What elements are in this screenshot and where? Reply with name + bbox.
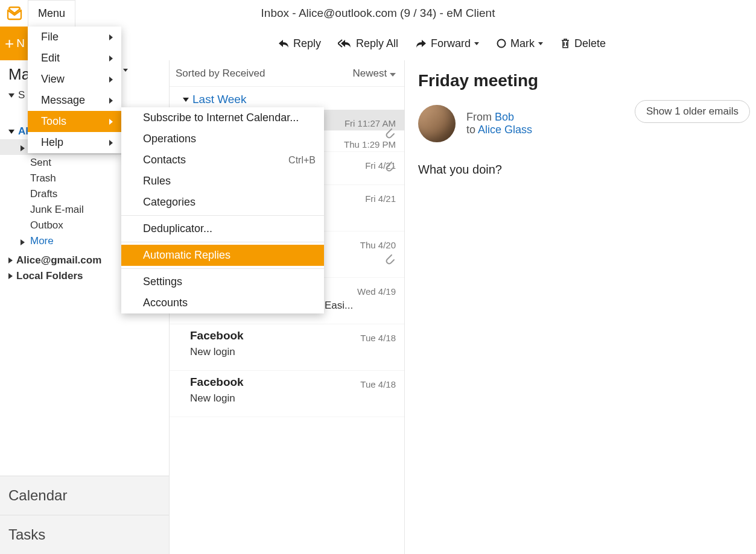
message-body: What you doin? — [418, 163, 743, 177]
mark-caret-icon — [538, 42, 543, 45]
forward-button[interactable]: Forward — [415, 37, 479, 50]
menu-edit[interactable]: Edit — [28, 48, 121, 69]
tools-accounts[interactable]: Accounts — [121, 292, 324, 313]
tools-submenu-popup: Subscribe to Internet Calendar... Operat… — [121, 107, 324, 313]
from-prefix: From — [466, 111, 495, 123]
tab-calendar[interactable]: Calendar — [0, 476, 169, 515]
contacts-shortcut: Ctrl+B — [288, 155, 316, 166]
to-link[interactable]: Alice Glass — [478, 124, 532, 136]
message-subject-preview: New login — [190, 346, 396, 358]
chevron-right-icon — [21, 239, 25, 245]
submenu-arrow-icon — [109, 34, 113, 40]
more-label: More — [30, 235, 54, 247]
sort-order-toggle[interactable]: Newest — [353, 68, 396, 80]
chevron-down-icon — [390, 73, 396, 77]
message-time: Wed 4/19 — [357, 286, 396, 297]
mark-label: Mark — [510, 37, 535, 50]
menu-separator — [121, 242, 324, 242]
chevron-right-icon — [8, 273, 13, 279]
submenu-arrow-icon — [109, 55, 113, 61]
account-gmail-label: Alice@gmail.com — [16, 254, 101, 266]
plus-icon: + — [5, 34, 14, 53]
submenu-arrow-icon — [109, 98, 113, 104]
app-logo-icon — [1, 0, 28, 27]
group-label: Last Week — [192, 93, 246, 106]
window-title: Inbox - Alice@outlook.com (9 / 34) - eM … — [0, 0, 756, 27]
chevron-right-icon — [21, 145, 25, 151]
message-item[interactable]: FacebookTue 4/18New login — [170, 324, 404, 371]
tools-subscribe-calendar[interactable]: Subscribe to Internet Calendar... — [121, 107, 324, 128]
menu-view-label: View — [41, 73, 65, 86]
message-time: Thu 1:29 PM — [344, 139, 396, 150]
message-subject: Friday meeting — [418, 71, 743, 90]
tools-contacts[interactable]: ContactsCtrl+B — [121, 150, 324, 171]
reply-button[interactable]: Reply — [278, 37, 321, 50]
message-time: Thu 4/20 — [360, 240, 396, 250]
delete-label: Delete — [574, 37, 606, 50]
main-menu-popup: File Edit View Message Tools Help — [28, 27, 121, 153]
tools-categories[interactable]: Categories — [121, 192, 324, 213]
message-subject-preview: New login — [190, 392, 396, 404]
tools-deduplicator[interactable]: Deduplicator... — [121, 218, 324, 239]
chevron-down-icon — [8, 93, 14, 98]
menu-message[interactable]: Message — [28, 90, 121, 111]
tools-rules[interactable]: Rules — [121, 171, 324, 192]
attachment-icon — [385, 253, 396, 265]
menu-separator — [121, 268, 324, 269]
menu-file-label: File — [41, 31, 59, 43]
trash-icon — [560, 37, 571, 49]
reply-all-icon — [338, 39, 352, 48]
submenu-arrow-icon — [109, 140, 113, 146]
to-prefix: to — [466, 124, 478, 136]
message-group-header[interactable]: Last Week — [170, 87, 404, 110]
mark-button[interactable]: Mark — [496, 37, 543, 50]
sort-by-label[interactable]: Sorted by Received — [176, 68, 265, 80]
message-time: Tue 4/18 — [360, 333, 396, 343]
submenu-arrow-icon — [109, 119, 113, 125]
menu-tools-label: Tools — [41, 115, 66, 128]
reply-icon — [278, 39, 290, 48]
sender-avatar — [418, 105, 456, 142]
menu-message-label: Message — [41, 94, 85, 107]
menu-help-label: Help — [41, 136, 63, 149]
reply-all-button[interactable]: Reply All — [338, 37, 398, 50]
message-time: Tue 4/18 — [360, 379, 396, 389]
reply-all-label: Reply All — [356, 37, 398, 50]
menu-tools[interactable]: Tools — [28, 111, 121, 132]
tools-automatic-replies[interactable]: Automatic Replies — [121, 245, 324, 266]
chevron-right-icon — [8, 257, 13, 263]
chevron-down-icon — [183, 98, 189, 102]
delete-button[interactable]: Delete — [560, 37, 606, 50]
forward-label: Forward — [431, 37, 471, 50]
local-folders-label: Local Folders — [16, 270, 83, 282]
from-link[interactable]: Bob — [495, 111, 514, 123]
menu-edit-label: Edit — [41, 52, 60, 65]
forward-icon — [415, 39, 427, 48]
attachment-icon — [385, 127, 396, 139]
svg-point-0 — [498, 40, 506, 48]
smart-folders-label: S — [18, 89, 25, 101]
menu-button[interactable]: Menu — [28, 0, 75, 27]
menu-separator — [121, 215, 324, 216]
forward-caret-icon — [474, 42, 479, 45]
tools-operations[interactable]: Operations — [121, 128, 324, 150]
reply-label: Reply — [293, 37, 321, 50]
message-item[interactable]: FacebookTue 4/18New login — [170, 371, 404, 417]
tab-tasks[interactable]: Tasks — [0, 515, 169, 554]
show-older-emails-button[interactable]: Show 1 older emails — [635, 100, 750, 123]
new-button-label: N — [16, 37, 25, 50]
sort-order-label: Newest — [353, 68, 387, 79]
menu-file[interactable]: File — [28, 27, 121, 48]
chevron-down-icon — [8, 130, 14, 134]
menu-help[interactable]: Help — [28, 132, 121, 153]
message-time: Fri 4/21 — [365, 194, 396, 204]
tools-settings[interactable]: Settings — [121, 271, 324, 292]
submenu-arrow-icon — [109, 77, 113, 83]
attachment-icon — [385, 160, 396, 172]
mark-icon — [496, 38, 507, 49]
menu-view[interactable]: View — [28, 69, 121, 90]
